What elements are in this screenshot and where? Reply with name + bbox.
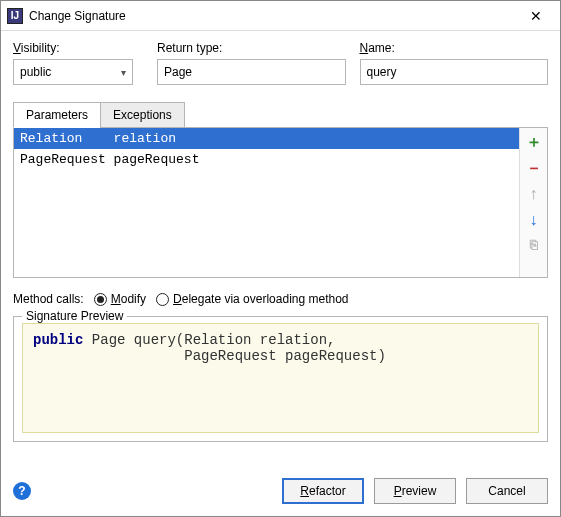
name-label: Name: bbox=[360, 41, 549, 55]
signature-preview-legend: Signature Preview bbox=[22, 309, 127, 323]
help-icon[interactable]: ? bbox=[13, 482, 31, 500]
move-down-icon[interactable]: ↓ bbox=[530, 212, 538, 228]
signature-preview: public Page query(Relation relation, Pag… bbox=[22, 323, 539, 433]
name-field: Name: bbox=[360, 41, 549, 85]
close-icon: ✕ bbox=[530, 8, 542, 24]
visibility-combo[interactable]: public ▾ bbox=[13, 59, 133, 85]
parameters-list[interactable]: Relation relationPageRequest pageRequest bbox=[14, 128, 519, 277]
visibility-value: public bbox=[20, 65, 51, 79]
remove-icon[interactable]: － bbox=[526, 160, 542, 176]
method-calls-label: Method calls: bbox=[13, 292, 84, 306]
window-title: Change Signature bbox=[29, 9, 516, 23]
preview-button[interactable]: Preview bbox=[374, 478, 456, 504]
tab-exceptions[interactable]: Exceptions bbox=[100, 102, 185, 128]
radio-dot-icon bbox=[94, 293, 107, 306]
return-type-input[interactable] bbox=[157, 59, 346, 85]
tab-parameters[interactable]: Parameters bbox=[13, 102, 101, 128]
cancel-button[interactable]: Cancel bbox=[466, 478, 548, 504]
radio-dot-icon bbox=[156, 293, 169, 306]
refactor-button[interactable]: Refactor bbox=[282, 478, 364, 504]
method-calls-row: Method calls: Modify Delegate via overlo… bbox=[13, 292, 548, 306]
tab-bar: Parameters Exceptions bbox=[13, 101, 548, 128]
copy-icon[interactable]: ⎘ bbox=[530, 238, 538, 251]
return-type-field: Return type: bbox=[157, 41, 346, 85]
chevron-down-icon: ▾ bbox=[121, 67, 126, 78]
move-up-icon[interactable]: ↑ bbox=[530, 186, 538, 202]
close-button[interactable]: ✕ bbox=[516, 2, 556, 30]
parameter-row[interactable]: Relation relation bbox=[14, 128, 519, 149]
content-area: Visibility: public ▾ Return type: Name: … bbox=[1, 31, 560, 470]
top-fields-row: Visibility: public ▾ Return type: Name: bbox=[13, 41, 548, 85]
visibility-label: Visibility: bbox=[13, 41, 143, 55]
return-type-label: Return type: bbox=[157, 41, 346, 55]
dialog-window: IJ Change Signature ✕ Visibility: public… bbox=[0, 0, 561, 517]
title-bar: IJ Change Signature ✕ bbox=[1, 1, 560, 31]
parameter-row[interactable]: PageRequest pageRequest bbox=[14, 149, 519, 170]
name-input[interactable] bbox=[360, 59, 549, 85]
app-icon: IJ bbox=[7, 8, 23, 24]
tabs-area: Parameters Exceptions Relation relationP… bbox=[13, 101, 548, 278]
signature-preview-group: Signature Preview public Page query(Rela… bbox=[13, 316, 548, 442]
parameters-toolbar: ＋ － ↑ ↓ ⎘ bbox=[519, 128, 547, 277]
radio-delegate[interactable]: Delegate via overloading method bbox=[156, 292, 348, 306]
footer: ? Refactor Preview Cancel bbox=[1, 470, 560, 516]
visibility-field: Visibility: public ▾ bbox=[13, 41, 143, 85]
add-icon[interactable]: ＋ bbox=[526, 134, 542, 150]
radio-modify[interactable]: Modify bbox=[94, 292, 146, 306]
parameters-panel: Relation relationPageRequest pageRequest… bbox=[13, 128, 548, 278]
